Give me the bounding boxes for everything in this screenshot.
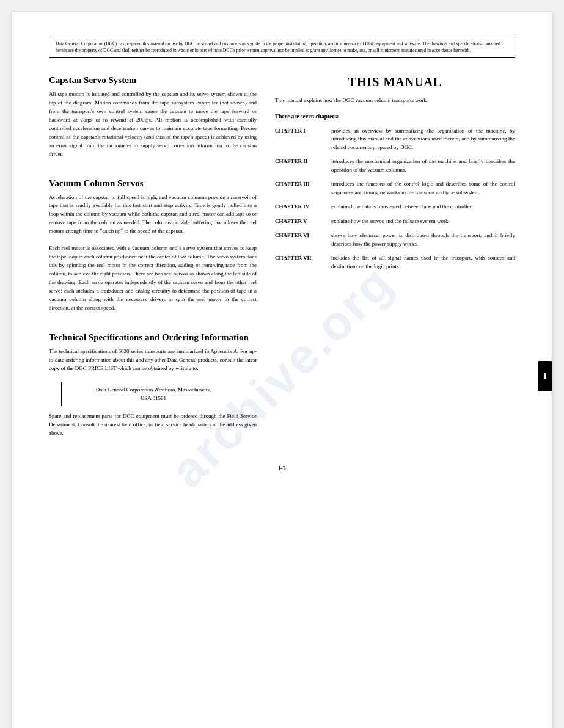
manual-intro: This manual explains how the DGC vacuum … xyxy=(275,96,515,105)
chapter-label: CHAPTER IV xyxy=(275,203,324,211)
chapter-desc: shows how electrical power is distribute… xyxy=(331,231,515,248)
chapter-row: CHAPTER V explains how the servos and th… xyxy=(275,217,515,226)
legal-notice: Data General Corporation (DGC) has prepa… xyxy=(49,37,515,58)
tech-specs-body2: Spare and replacement parts for DGC equi… xyxy=(49,412,257,438)
chapter-label: CHAPTER V xyxy=(275,217,324,226)
chapter-row: CHAPTER VII includes the list of all sig… xyxy=(275,254,515,271)
vacuum-body1: Acceleration of the capstan to full spee… xyxy=(49,194,257,236)
chapter-row: CHAPTER IV explains how data is transfer… xyxy=(275,203,515,211)
left-column: Capstan Servo System All tape motion is … xyxy=(49,75,257,446)
manual-heading: THIS MANUAL xyxy=(275,75,515,89)
vacuum-heading: Vacuum Column Servos xyxy=(49,178,257,189)
chapter-row: CHAPTER III introduces the functons of t… xyxy=(275,180,515,197)
chapter-desc: introduces the functons of the control l… xyxy=(331,180,515,197)
chapter-row: CHAPTER I provides an overview by summar… xyxy=(275,127,515,152)
chapter-tab: I xyxy=(538,361,552,391)
chapter-label: CHAPTER I xyxy=(275,127,324,152)
capstan-heading: Capstan Servo System xyxy=(49,75,257,86)
chapters-header: There are seven chapters: xyxy=(275,114,515,120)
tech-specs-heading: Technical Specifications and Ordering In… xyxy=(49,332,257,343)
chapter-desc: provides an overview by summarizing the … xyxy=(331,127,515,152)
vacuum-body2: Each reel motor is associated with a vac… xyxy=(49,244,257,313)
chapter-desc: explains how data is transferred between… xyxy=(331,203,515,211)
address-box: Data General Corporation Westboro, Massa… xyxy=(61,382,244,407)
chapter-desc: explains how the servos and the failsafe… xyxy=(331,217,515,226)
address-line2: USA 01581 xyxy=(68,394,238,402)
chapter-row: CHAPTER II introduces the mechanical org… xyxy=(275,158,515,174)
page-number: I-3 xyxy=(49,465,515,471)
capstan-body: All tape motion is initiated and control… xyxy=(49,90,257,159)
chapter-label: CHAPTER VII xyxy=(275,254,324,271)
chapter-label: CHAPTER III xyxy=(275,180,324,197)
chapter-label: CHAPTER VI xyxy=(275,231,324,248)
chapter-label: CHAPTER II xyxy=(275,158,324,174)
chapters-list: CHAPTER I provides an overview by summar… xyxy=(275,127,515,271)
tech-specs-body1: The technical specifications of 6020 ser… xyxy=(49,348,257,373)
right-column: THIS MANUAL This manual explains how the… xyxy=(275,75,515,446)
chapter-desc: includes the list of all signal names us… xyxy=(331,254,515,271)
chapter-desc: introduces the mechanical organization o… xyxy=(331,158,515,174)
address-line1: Data General Corporation Westboro, Massa… xyxy=(68,385,238,394)
chapter-row: CHAPTER VI shows how electrical power is… xyxy=(275,231,515,248)
